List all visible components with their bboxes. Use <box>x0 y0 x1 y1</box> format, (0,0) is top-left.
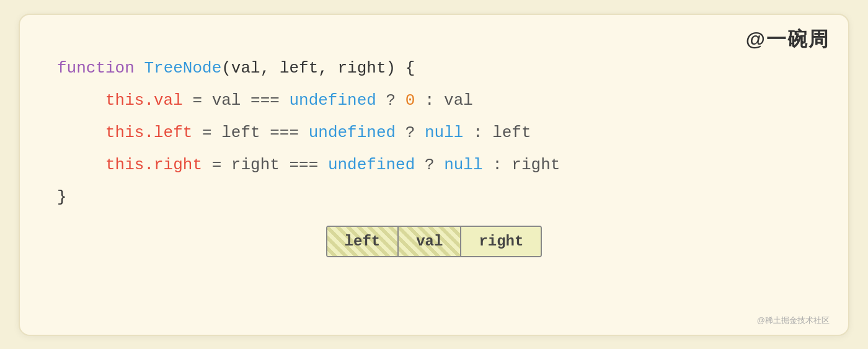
strict-eq-1: === <box>250 91 280 110</box>
zero: 0 <box>405 91 415 110</box>
null-1: null <box>425 123 463 142</box>
code-line-5: } <box>57 181 811 213</box>
function-name: TreeNode <box>144 59 221 77</box>
code-line-3: this.left = left === undefined ? null : … <box>57 117 811 149</box>
cell-right: right <box>461 227 541 256</box>
strict-eq-3: === <box>289 156 318 174</box>
ternary-1: ? <box>376 91 405 110</box>
code-line-2: this.val = val === undefined ? 0 : val <box>57 84 811 117</box>
code-line-4: this.right = right === undefined ? null … <box>57 149 811 181</box>
undefined-2: undefined <box>299 123 396 142</box>
ternary-3: ? <box>415 156 444 174</box>
card: @一碗周 function TreeNode(val, left, right)… <box>19 14 849 336</box>
node-diagram: left val right <box>326 226 542 257</box>
undefined-1: undefined <box>280 91 376 110</box>
this-left: this.left <box>105 123 192 142</box>
strict-eq-2: === <box>270 123 299 142</box>
paren-open: (val, left, right) { <box>221 59 415 77</box>
undefined-3: undefined <box>318 156 415 174</box>
code-line-1: function TreeNode(val, left, right) { <box>57 52 811 84</box>
this-right: this.right <box>105 156 202 174</box>
colon-2: : left <box>463 123 531 142</box>
assign-op-3: = right <box>202 156 289 174</box>
assign-op-2: = left <box>192 123 270 142</box>
code-block: function TreeNode(val, left, right) { th… <box>57 52 811 213</box>
colon-1: : val <box>415 91 473 110</box>
watermark-bottom: @稀土掘金技术社区 <box>757 315 830 326</box>
null-2: null <box>444 156 482 174</box>
colon-3: : right <box>483 156 560 174</box>
keyword-function: function <box>57 59 144 77</box>
assign-op: = val <box>183 91 250 110</box>
cell-left: left <box>327 227 399 256</box>
closing-brace: } <box>57 188 67 206</box>
cell-val: val <box>399 227 461 256</box>
ternary-2: ? <box>396 123 425 142</box>
diagram: left val right <box>57 226 811 257</box>
this-val: this.val <box>105 91 183 110</box>
watermark-top: @一碗周 <box>746 26 830 53</box>
